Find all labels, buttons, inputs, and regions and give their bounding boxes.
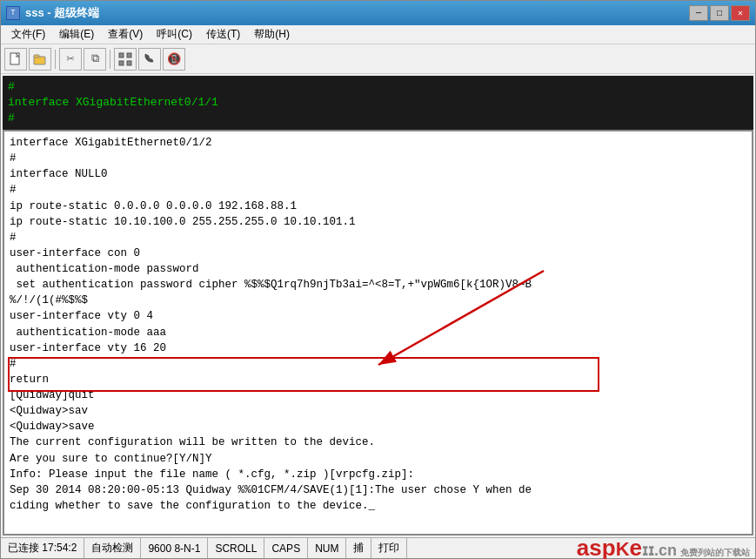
watermark-k: K [616,538,630,559]
terminal-main-line: # [10,356,746,372]
terminal-main-line: user-interface vty 0 4 [10,308,746,324]
print-status: 打印 [371,538,407,558]
terminal-top-line: # [8,79,748,95]
window-title: sss - 超级终端 [25,5,99,21]
title-bar: T sss - 超级终端 ─ □ ✕ [1,1,755,25]
svg-rect-3 [119,53,124,57]
terminal-main-line: ip route-static 10.10.100.0 255.255.255.… [10,214,746,230]
menu-item-呼叫(C)[interactable]: 呼叫(C) [150,25,199,44]
new-button[interactable] [4,48,27,71]
terminal-main-line: user-interface con 0 [10,246,746,261]
toolbar: ✂ ⧉ 📵 [1,44,755,74]
properties-button[interactable] [114,48,137,71]
terminal-main-line: The current configuration will be writte… [10,434,746,450]
terminal-main-line: authentication-mode aaa [10,325,746,340]
toolbar-sep-1 [55,50,56,69]
terminal-main-line: return [10,372,746,387]
menu-item-编辑(E)[interactable]: 编辑(E) [52,25,101,44]
maximize-button[interactable]: □ [710,5,729,21]
dial-icon [143,52,157,66]
terminal-top-line: interface XGigabitEthernet0/1/1 [8,95,748,111]
caps-status: CAPS [264,538,308,558]
hangup-button[interactable]: 📵 [163,48,185,71]
connection-status: 已连接 17:54:2 [6,538,84,558]
open-button[interactable] [29,48,51,71]
terminal-main-line: ciding whether to save the configuration… [10,498,746,514]
close-button[interactable]: ✕ [731,5,750,21]
terminal-main-line: interface NULL0 [10,166,746,182]
svg-rect-6 [127,61,131,65]
copy-button[interactable]: ⧉ [84,48,106,71]
watermark-sub: 免费列站的下载站 [680,547,750,559]
menu-bar: 文件(F)编辑(E)查看(V)呼叫(C)传送(T)帮助(H) [1,25,755,44]
title-bar-left: T sss - 超级终端 [6,5,99,21]
terminal-main-line: # [10,151,746,166]
terminal-top-lines: #interface XGigabitEthernet0/1/1# [8,79,748,127]
properties-icon [118,52,132,66]
watermark-e: e [630,535,642,559]
terminal-top: #interface XGigabitEthernet0/1/1# [3,76,753,130]
terminal-main-line: %/!/(1(#%$%$ [10,293,746,308]
toolbar-sep-2 [110,50,110,69]
auto-detect-status: 自动检测 [84,538,141,558]
terminal-top-line: # [8,111,748,126]
terminal-main-lines: interface XGigabitEthernet0/1/2#interfac… [10,135,746,514]
terminal-main-line: [Quidway]quit [10,387,746,403]
menu-item-文件(F)[interactable]: 文件(F) [4,25,52,44]
terminal-main-line: <Quidway>sav [10,403,746,419]
terminal-main-line: Sep 30 2014 08:20:00-05:13 Quidway %%01C… [10,482,746,498]
terminal-main-line: user-interface vty 16 20 [10,340,746,356]
terminal-main[interactable]: interface XGigabitEthernet0/1/2#interfac… [3,130,753,535]
terminal-main-line: Info: Please input the file name ( *.cfg… [10,467,746,482]
open-icon [33,52,47,66]
new-icon [9,52,23,66]
cut-button[interactable]: ✂ [59,48,82,71]
menu-item-帮助(H)[interactable]: 帮助(H) [247,25,297,44]
window-controls: ─ □ ✕ [689,5,750,21]
terminal-main-line: set authentication password cipher %$%$Q… [10,277,746,293]
terminal-main-line: # [10,230,746,246]
capture-status: 捕 [346,538,371,558]
svg-rect-5 [127,53,131,57]
watermark-asp: asp [577,535,616,559]
svg-rect-4 [119,61,124,65]
app-icon: T [6,6,20,20]
scroll-status: SCROLL [208,538,264,558]
terminal-main-line: Are you sure to continue?[Y/N]Y [10,451,746,467]
status-bar: 已连接 17:54:2 自动检测 9600 8-N-1 SCROLL CAPS … [1,537,755,558]
terminal-main-line: <Quidway>save [10,419,746,434]
terminal-main-line: authentication-mode password [10,261,746,277]
watermark: asp K e ɪɪ.cn 免费列站的下载站 [577,535,750,559]
terminal-main-line: ip route-static 0.0.0.0 0.0.0.0 192.168.… [10,199,746,214]
svg-rect-2 [34,55,39,57]
menu-item-传送(T)[interactable]: 传送(T) [199,25,247,44]
minimize-button[interactable]: ─ [689,5,708,21]
baud-status: 9600 8-N-1 [141,538,208,558]
watermark-domain: ɪɪ.cn [642,541,677,559]
terminal-main-line: # [10,182,746,198]
menu-items: 文件(F)编辑(E)查看(V)呼叫(C)传送(T)帮助(H) [4,25,297,44]
main-window: T sss - 超级终端 ─ □ ✕ 文件(F)编辑(E)查看(V)呼叫(C)传… [0,0,756,559]
terminal-wrapper: #interface XGigabitEthernet0/1/1# interf… [1,74,755,537]
num-status: NUM [308,538,346,558]
terminal-main-line: interface XGigabitEthernet0/1/2 [10,135,746,151]
menu-item-查看(V)[interactable]: 查看(V) [101,25,150,44]
dial-button[interactable] [138,48,161,71]
